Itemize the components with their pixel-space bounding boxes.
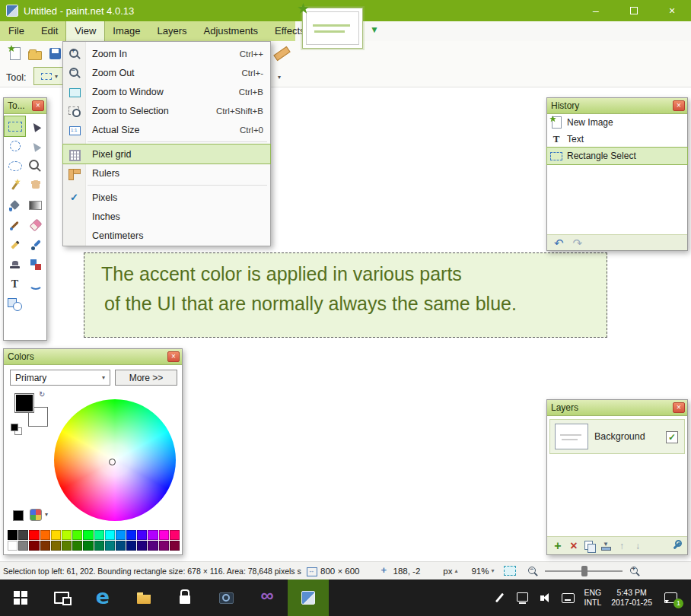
close-icon[interactable]: × — [673, 402, 685, 413]
save-button[interactable] — [46, 44, 64, 62]
recolor-tool[interactable] — [25, 255, 46, 275]
palette-swatch[interactable] — [62, 541, 72, 551]
pencil-tool[interactable] — [5, 235, 25, 255]
palette-swatch[interactable] — [8, 541, 18, 551]
language-indicator[interactable]: ENG INTL — [584, 588, 602, 608]
merge-layer-down-button[interactable] — [599, 539, 613, 553]
history-item[interactable]: New Image — [547, 114, 687, 131]
menu-item-zoom-out[interactable]: −Zoom OutCtrl+- — [63, 63, 270, 82]
palette-swatch[interactable] — [51, 541, 61, 551]
palette-swatch[interactable] — [18, 530, 28, 540]
close-icon[interactable]: × — [673, 100, 685, 111]
colors-panel-header[interactable]: Colors × — [4, 349, 182, 365]
palette-swatch[interactable] — [170, 530, 180, 540]
menu-item-pixel-grid[interactable]: Pixel grid — [63, 144, 270, 164]
move-layer-down-button[interactable] — [631, 539, 645, 553]
palette-swatch[interactable] — [18, 541, 28, 551]
menu-item-zoom-to-selection[interactable]: Zoom to SelectionCtrl+Shift+B — [63, 101, 270, 120]
action-center-icon[interactable]: 1 — [662, 589, 679, 606]
default-colors-icon[interactable] — [11, 424, 21, 434]
zoom-out-button[interactable]: − — [527, 565, 539, 577]
menu-item-zoom-in[interactable]: +Zoom InCtrl++ — [63, 44, 270, 63]
primary-color-swatch[interactable] — [14, 393, 34, 413]
move-selection-tool[interactable] — [25, 136, 46, 156]
chevron-down-icon[interactable]: ▾ — [45, 511, 48, 518]
move-selected-pixels-tool[interactable] — [25, 116, 46, 136]
palette-swatch[interactable] — [94, 530, 104, 540]
palette-swatch[interactable] — [159, 530, 169, 540]
file-explorer-taskbar-button[interactable] — [123, 579, 164, 616]
palette-swatch[interactable] — [148, 530, 158, 540]
lasso-select-tool[interactable] — [5, 136, 25, 156]
palette-swatch[interactable] — [116, 530, 126, 540]
close-button[interactable]: × — [653, 0, 691, 21]
palette-swatch[interactable] — [105, 530, 115, 540]
menu-item-centimeters[interactable]: Centimeters — [63, 226, 270, 245]
move-layer-up-button[interactable] — [615, 539, 629, 553]
menu-view[interactable]: View — [66, 21, 104, 41]
clone-stamp-tool[interactable] — [5, 255, 25, 275]
new-file-button[interactable] — [6, 44, 24, 62]
menu-item-actual-size[interactable]: Actual SizeCtrl+0 — [63, 120, 270, 139]
text-tool[interactable] — [5, 275, 25, 294]
zoom-level-dropdown[interactable]: 91% — [471, 567, 489, 576]
image-list-chevron-icon[interactable]: ▼ — [370, 24, 379, 35]
store-taskbar-button[interactable] — [164, 579, 205, 616]
layers-panel-header[interactable]: Layers × — [547, 400, 687, 416]
shapes-tool[interactable] — [5, 294, 25, 314]
zoom-to-window-button[interactable] — [504, 566, 516, 576]
palette-swatch[interactable] — [126, 541, 136, 551]
palette-swatch[interactable] — [170, 541, 180, 551]
zoom-in-button[interactable]: + — [629, 565, 641, 577]
undo-icon[interactable]: ↶ — [554, 237, 564, 249]
maximize-button[interactable] — [615, 0, 653, 21]
line-curve-tool[interactable] — [25, 275, 46, 294]
palette-swatch[interactable] — [51, 530, 61, 540]
menu-item-inches[interactable]: Inches — [63, 207, 270, 226]
tools-panel-header[interactable]: To... × — [4, 98, 46, 114]
palette-swatch[interactable] — [94, 541, 104, 551]
palette-swatch[interactable] — [159, 541, 169, 551]
palette-swatch[interactable] — [62, 530, 72, 540]
ruler-toolbar-icon[interactable] — [272, 44, 291, 62]
ellipse-select-tool[interactable] — [5, 156, 25, 176]
paintnet-taskbar-button[interactable] — [288, 579, 329, 616]
rectangle-select-tool[interactable] — [5, 116, 25, 136]
camera-taskbar-button[interactable] — [205, 579, 247, 616]
magic-wand-tool[interactable] — [5, 176, 25, 195]
edge-taskbar-button[interactable] — [82, 579, 123, 616]
layer-properties-button[interactable] — [670, 539, 683, 553]
units-dropdown[interactable]: px — [443, 567, 452, 576]
paint-bucket-tool[interactable] — [5, 195, 25, 215]
color-wheel[interactable] — [54, 399, 176, 521]
palette-swatch[interactable] — [83, 541, 93, 551]
network-tray-icon[interactable] — [516, 592, 529, 605]
clock[interactable]: 5:43 PM 2017-01-25 — [611, 588, 652, 608]
minimize-button[interactable]: – — [577, 0, 615, 21]
delete-layer-button[interactable] — [567, 539, 581, 553]
menu-item-zoom-to-window[interactable]: Zoom to WindowCtrl+B — [63, 82, 270, 101]
task-view-taskbar-button[interactable] — [41, 579, 82, 616]
eraser-tool[interactable] — [25, 215, 46, 235]
duplicate-layer-button[interactable] — [583, 539, 597, 553]
history-item[interactable]: Rectangle Select — [547, 148, 687, 164]
paintbrush-tool[interactable] — [5, 215, 25, 235]
add-layer-button[interactable] — [551, 539, 565, 553]
palette-swatch[interactable] — [72, 541, 82, 551]
selection-region[interactable]: The accent color is applied in various p… — [84, 252, 607, 338]
volume-tray-icon[interactable] — [539, 592, 552, 605]
more-button[interactable]: More >> — [115, 370, 177, 386]
swap-colors-icon[interactable]: ↻ — [39, 390, 45, 398]
palette-swatch[interactable] — [126, 530, 136, 540]
open-file-button[interactable] — [26, 44, 44, 62]
history-panel-header[interactable]: History × — [547, 98, 687, 114]
menu-item-pixels[interactable]: Pixels — [63, 188, 270, 207]
zoom-tool[interactable] — [25, 156, 46, 176]
layer-visibility-checkbox[interactable]: ✓ — [666, 431, 678, 443]
palette-menu-icon[interactable] — [30, 509, 42, 521]
palette-swatch[interactable] — [8, 530, 18, 540]
redo-icon[interactable]: ↷ — [573, 237, 583, 249]
menu-edit[interactable]: Edit — [33, 21, 66, 41]
visual-studio-taskbar-button[interactable] — [247, 579, 288, 616]
color-picker-tool[interactable] — [25, 235, 46, 255]
